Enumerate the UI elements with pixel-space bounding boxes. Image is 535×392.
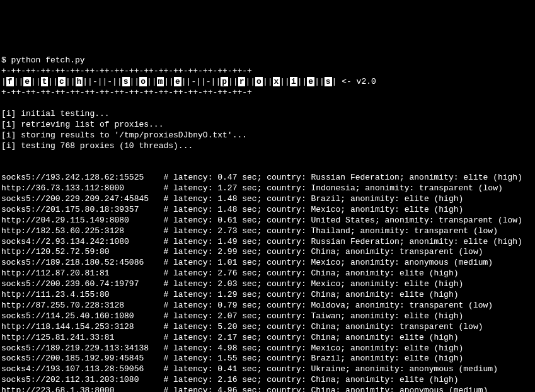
- banner-row: |f||e||t||c||h||-||-||s||o||m||e||-||-||…: [1, 77, 376, 86]
- proxy-row: socks4://2.93.134.242:1080 # latency: 1.…: [1, 237, 534, 248]
- proxy-row: socks5://200.185.192.99:45845 # latency:…: [1, 354, 534, 364]
- proxy-row: socks5://200.229.209.247:45845 # latency…: [1, 194, 534, 205]
- proxy-row: socks5://202.112.31.203:1080 # latency: …: [1, 375, 534, 386]
- banner-border-top: +-++-++-++-++-++-++-++-++-++-++-++-++-++…: [1, 66, 252, 76]
- banner-letter: e: [23, 77, 31, 86]
- proxy-row: socks5://189.218.180.52:45086 # latency:…: [1, 258, 534, 268]
- proxy-row: socks5://193.242.128.62:15525 # latency:…: [1, 173, 534, 183]
- blank-line: [1, 162, 6, 171]
- banner-border-bottom: +-++-++-++-++-++-++-++-++-++-++-++-++-++…: [1, 88, 252, 97]
- banner-letter: i: [290, 77, 297, 86]
- proxy-row: http://223.68.1.38:8000 # latency: 4.96 …: [1, 386, 534, 392]
- banner-letter: o: [139, 77, 147, 86]
- banner-letter: s: [122, 77, 130, 86]
- proxy-row: http://125.81.241.33:81 # latency: 2.17 …: [1, 333, 534, 343]
- proxy-row: http://182.53.60.225:3128 # latency: 2.7…: [1, 226, 534, 237]
- info-line: [i] storing results to '/tmp/proxiesDJbn…: [1, 130, 534, 141]
- info-lines: [i] initial testing...[i] retrieving lis…: [1, 109, 534, 152]
- banner-letter: x: [273, 77, 280, 86]
- proxy-row: http://112.87.20.81:81 # latency: 2.76 s…: [1, 268, 534, 279]
- proxy-row: socks5://189.219.229.113:34138 # latency…: [1, 343, 534, 354]
- proxy-row: http://36.73.133.112:8000 # latency: 1.2…: [1, 183, 534, 194]
- proxy-row: socks5://201.175.80.18:39357 # latency: …: [1, 205, 534, 216]
- banner-letter: f: [6, 77, 14, 86]
- banner-letter: m: [157, 77, 164, 86]
- proxy-row: http://204.29.115.149:8080 # latency: 0.…: [1, 216, 534, 226]
- banner-letter: e: [174, 77, 181, 86]
- banner-letter: t: [41, 77, 49, 86]
- info-line: [i] initial testing...: [1, 109, 534, 120]
- banner-letter: o: [255, 77, 263, 86]
- banner-letter: p: [221, 77, 228, 86]
- blank-line: [1, 98, 6, 108]
- proxy-row: socks4://193.107.113.28:59056 # latency:…: [1, 364, 534, 375]
- banner-letter: r: [238, 77, 246, 86]
- info-line: [i] retrieving list of proxies...: [1, 120, 534, 130]
- info-line: [i] testing 768 proxies (10 threads)...: [1, 141, 534, 152]
- banner-letter: c: [58, 77, 66, 86]
- proxy-row: socks5://114.25.40.160:1080 # latency: 2…: [1, 311, 534, 322]
- proxy-row: http://118.144.154.253:3128 # latency: 5…: [1, 322, 534, 333]
- banner-letter: e: [307, 77, 314, 86]
- banner-letter: h: [76, 77, 83, 86]
- banner-letter: s: [325, 77, 332, 86]
- proxy-row: socks5://200.239.60.74:19797 # latency: …: [1, 279, 534, 290]
- terminal-output: $ python fetch.py +-++-++-++-++-++-++-++…: [1, 45, 534, 392]
- proxy-row: http://87.255.70.228:3128 # latency: 0.7…: [1, 301, 534, 311]
- proxy-row: http://111.23.4.155:80 # latency: 1.29 s…: [1, 290, 534, 301]
- command-prompt: $ python fetch.py: [1, 55, 85, 65]
- proxy-row: http://120.52.72.59:80 # latency: 2.99 s…: [1, 247, 534, 258]
- proxy-list: socks5://193.242.128.62:15525 # latency:…: [1, 173, 534, 392]
